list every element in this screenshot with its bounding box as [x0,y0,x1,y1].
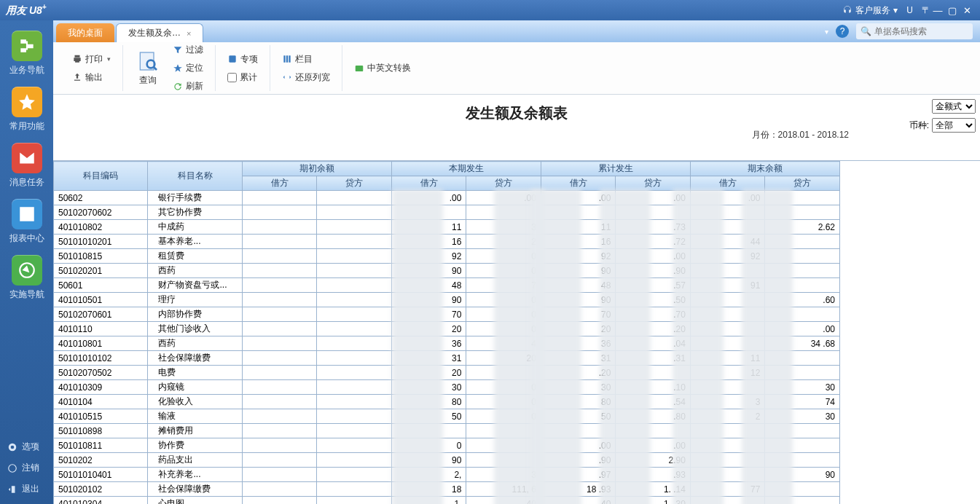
table-row[interactable]: 501010811协作费0.00.00 [54,438,840,453]
svg-rect-5 [356,65,364,71]
print-button[interactable]: 打印▾ [69,52,114,67]
sidebar-item-messages[interactable]: 消息任务 [0,137,53,193]
table-row[interactable]: 401010501理疗90090.50.60 [54,293,840,307]
sidebar-item-impl[interactable]: 实施导航 [0,249,53,305]
barcode-search[interactable]: 🔍 [856,23,973,39]
sitemap-icon [12,31,42,61]
reset-width-button[interactable]: 还原列宽 [279,70,333,85]
u-badge[interactable]: U [906,5,913,15]
col-current[interactable]: 本期发生 [391,162,541,176]
col-name[interactable]: 科目名称 [148,162,242,191]
titlebar: 用友 U8+ 客户服务 ▾ U 〒 — ▢ ✕ [0,0,980,20]
tabstrip: 我的桌面 发生额及余…× ▾ ? 🔍 [53,20,980,42]
customer-service-link[interactable]: 客户服务 ▾ [842,4,898,17]
toolbar: 打印▾ 输出 查询 过滤 定位 刷新 专项 累计 [53,42,980,95]
refresh-button[interactable]: 刷新 [170,79,206,94]
chevron-down-icon[interactable]: ▾ [825,28,828,36]
currency-select[interactable]: 全部 [932,118,976,133]
close-tab-icon[interactable]: × [187,29,191,38]
sidebar: 业务导航 常用功能 消息任务 报表中心 实施导航 选项 注销 退出 [0,20,53,504]
table-row[interactable]: 501010815租赁费92092.0092 [54,249,840,264]
table-row[interactable]: 501020102社会保障缴费18111, 618 .931. .1477 [54,482,840,497]
report-content: 金额式 币种:全部 发生额及余额表 月份：2018.01 - 2018.12 [53,95,980,504]
table-row[interactable]: 50601财产物资盘亏或...48748.5791 [54,278,840,293]
svg-rect-4 [229,55,235,62]
sidebar-item-reports[interactable]: 报表中心 [0,193,53,249]
sidebar-item-biznav[interactable]: 业务导航 [0,25,53,81]
sidebar-logout[interactable]: 注销 [0,457,53,479]
locate-button[interactable]: 定位 [170,60,206,76]
filter-button[interactable]: 过滤 [170,42,206,58]
col-accum[interactable]: 累计发生 [541,162,690,176]
table-row[interactable]: 501020201西药90090.90 [54,264,840,278]
lang-switch-button[interactable]: 中英文转换 [351,60,414,76]
maximize-button[interactable]: ▢ [945,5,960,16]
table-row[interactable]: 50101010201基本养老...16216.7244 [54,235,840,249]
headset-icon [842,5,852,15]
magnifier-doc-icon [136,50,160,73]
tab-balance-report[interactable]: 发生额及余…× [116,23,203,42]
table-row[interactable]: 501010898摊销费用 [54,424,840,438]
close-button[interactable]: ✕ [960,5,974,16]
sidebar-item-favorites[interactable]: 常用功能 [0,81,53,137]
app-logo: 用友 U8+ [6,3,47,17]
table-row[interactable]: 401010802中成药11311.732.62 [54,220,840,235]
sidebar-options[interactable]: 选项 [0,436,53,457]
table-row[interactable]: 50101010102社会保障缴费312031.3111 [54,351,840,366]
export-button[interactable]: 输出 [69,70,114,85]
star-icon [12,87,42,117]
search-icon: 🔍 [861,26,871,36]
table-row[interactable]: 4010104化验收入80080.54374 [54,395,840,409]
table-row[interactable]: 401010309内窥镜30030.1030 [54,380,840,395]
data-grid[interactable]: 科目编码 科目名称 期初余额 本期发生 累计发生 期末余额 借方贷方 借方贷方 … [53,160,980,504]
currency-label: 币种: [909,119,929,132]
table-row[interactable]: 401010515输液50050.80230 [54,409,840,424]
query-button[interactable]: 查询 [132,48,164,88]
compass-icon [12,255,42,286]
table-row[interactable]: 50101010401补充养老...2,3.97.9390 [54,468,840,482]
table-row[interactable]: 401010304心电图1,40.401, .30 [54,497,840,505]
chart-icon [12,199,42,229]
sum-checkbox[interactable] [227,73,237,82]
envelope-icon [12,143,42,173]
help-button[interactable]: ? [836,25,849,38]
table-row[interactable]: 50102070601内部协作费70070.70 [54,307,840,322]
pin-button[interactable]: 〒 [922,4,930,17]
col-opening[interactable]: 期初余额 [242,162,391,176]
table-row[interactable]: 401010801西药36436.0434 .68 [54,336,840,351]
report-title: 发生额及余额表 [53,95,980,129]
sum-button[interactable]: 累计 [224,70,261,85]
col-code[interactable]: 科目编码 [54,162,148,191]
columns-button[interactable]: 栏目 [279,52,333,67]
table-row[interactable]: 5010202药品支出90.902.90 [54,453,840,468]
table-row[interactable]: 50602银行手续费.00.00.00.00.00 [54,191,840,205]
table-row[interactable]: 50102070602其它协作费 [54,205,840,220]
search-input[interactable] [874,26,980,36]
amount-mode-select[interactable]: 金额式 [932,99,976,114]
table-row[interactable]: 50102070502电费20.2012 [54,366,840,380]
minimize-button[interactable]: — [930,5,945,16]
col-closing[interactable]: 期末余额 [690,162,839,176]
special-button[interactable]: 专项 [224,52,261,67]
table-row[interactable]: 4010110其他门诊收入20020.20.00 [54,322,840,336]
month-range: 月份：2018.01 - 2018.12 [752,129,849,141]
sidebar-exit[interactable]: 退出 [0,479,53,500]
tab-desktop[interactable]: 我的桌面 [56,23,114,42]
